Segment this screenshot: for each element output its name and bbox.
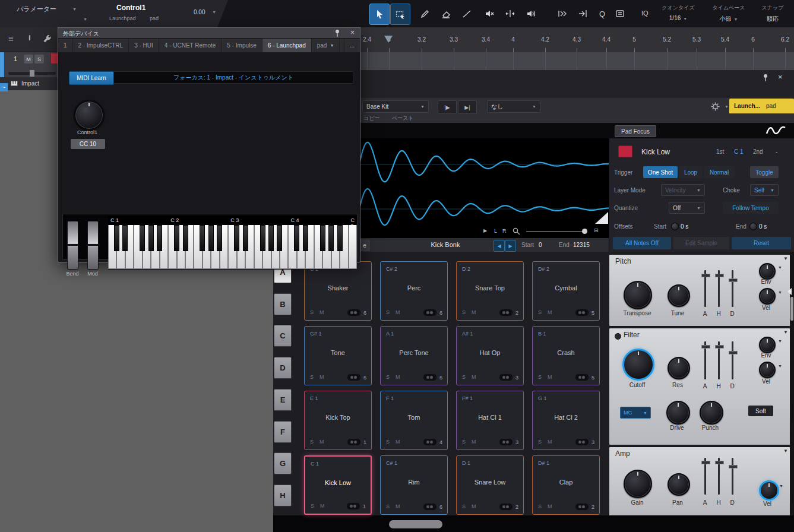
- pitch-vel-knob[interactable]: [759, 288, 776, 305]
- piano-black-key[interactable]: [320, 225, 325, 251]
- range-tool-button[interactable]: [390, 4, 410, 25]
- piano-keyboard[interactable]: [108, 225, 357, 270]
- control1-knob[interactable]: [74, 100, 105, 131]
- track-record-button[interactable]: [51, 53, 58, 64]
- device-tab-4-ucnet-remote[interactable]: 4 - UCNET Remote: [159, 39, 222, 52]
- quantize-selector[interactable]: クオンタイズ 1/16▼: [654, 4, 702, 21]
- devices-pin-icon[interactable]: [334, 29, 341, 39]
- pad-mute-button[interactable]: M: [548, 374, 552, 380]
- pad-mute-button[interactable]: M: [472, 504, 476, 509]
- piano-black-key[interactable]: [243, 225, 248, 251]
- piano-white-key[interactable]: [349, 225, 357, 269]
- track-solo-button[interactable]: S: [34, 55, 44, 64]
- editor-pin-icon[interactable]: [762, 74, 770, 83]
- offset-end-value[interactable]: 0 s: [759, 223, 767, 230]
- pad-solo-button[interactable]: S: [310, 374, 314, 380]
- pitch-decay-slider[interactable]: [732, 270, 733, 307]
- kit-selector-dropdown[interactable]: Base Kit▼: [362, 100, 429, 113]
- filter-env-menu-icon[interactable]: ▼: [778, 339, 782, 343]
- control1-assignment[interactable]: CC 10: [71, 139, 105, 149]
- piano-black-key[interactable]: [148, 225, 154, 251]
- piano-black-key[interactable]: [234, 225, 239, 251]
- sample-start-value[interactable]: 0: [539, 242, 542, 248]
- pad-solo-button[interactable]: S: [462, 439, 466, 445]
- amp-vel-knob[interactable]: [759, 480, 779, 501]
- drive-knob[interactable]: [666, 401, 690, 425]
- trigger-one-shot-button[interactable]: One Shot: [643, 166, 678, 178]
- pad-solo-button[interactable]: S: [310, 439, 314, 445]
- pad-bank-e[interactable]: E: [274, 389, 292, 411]
- drum-pad-hat-cl-2[interactable]: G 1Hat Cl 2SM3: [532, 391, 600, 450]
- drum-pad-hat-op[interactable]: A# 1Hat OpSM3: [456, 326, 524, 385]
- reset-button[interactable]: Reset: [732, 237, 791, 249]
- pad-color-swatch[interactable]: [618, 145, 632, 157]
- zoom-slider-handle[interactable]: [582, 229, 587, 234]
- paste-button[interactable]: ペースト: [392, 115, 414, 122]
- waveform-resize-handle[interactable]: [595, 212, 608, 224]
- track-name-row[interactable]: Impact: [0, 77, 58, 90]
- arrow-tool-button[interactable]: [369, 4, 390, 25]
- device-tab-3-hui[interactable]: 3 - HUI: [129, 39, 159, 52]
- zoom-slider-track[interactable]: [526, 231, 586, 232]
- listen-tool-button[interactable]: [521, 4, 540, 24]
- trigger-toggle-button[interactable]: Toggle: [750, 166, 779, 178]
- piano-black-key[interactable]: [337, 225, 343, 251]
- drum-pad-clap[interactable]: D# 1ClapSM2: [532, 455, 600, 515]
- arrangement-lane[interactable]: [359, 52, 794, 71]
- midi-learn-button[interactable]: MIDI Learn: [69, 71, 114, 85]
- input-quantize-label[interactable]: IQ: [641, 10, 649, 17]
- drum-pad-kick-low[interactable]: C 1Kick LowSM1: [304, 455, 372, 515]
- device-tab-2-impulsectrl[interactable]: 2 - ImpulseCTRL: [73, 39, 129, 52]
- mod-wheel[interactable]: [87, 221, 99, 270]
- pad-mute-button[interactable]: M: [396, 504, 400, 509]
- filter-decay-slider[interactable]: [732, 341, 733, 379]
- piano-black-key[interactable]: [294, 225, 299, 251]
- filter-hold-slider[interactable]: [718, 341, 720, 379]
- drum-pad-tom[interactable]: F 1TomSM4: [380, 391, 448, 450]
- drum-pad-rim[interactable]: C# 1RimSM6: [380, 455, 448, 515]
- transpose-knob[interactable]: [624, 281, 652, 309]
- pad-mute-button[interactable]: M: [320, 374, 324, 380]
- line-tool-button[interactable]: [457, 4, 476, 24]
- tools-wrench-icon[interactable]: [42, 33, 52, 45]
- pad-bank-f[interactable]: F: [274, 421, 292, 443]
- pad-focus-button[interactable]: Pad Focus: [615, 125, 656, 137]
- pad-mute-button[interactable]: M: [396, 439, 400, 445]
- pad-solo-button[interactable]: S: [310, 309, 314, 315]
- channel-left-toggle[interactable]: L: [494, 228, 497, 234]
- device-tab-1[interactable]: 1: [58, 39, 73, 52]
- filter-vel-knob[interactable]: [759, 362, 776, 378]
- device-tab-5-impulse[interactable]: 5 - Impulse: [222, 39, 262, 52]
- pitch-vel-menu-icon[interactable]: ▼: [778, 290, 782, 294]
- filter-attack-slider[interactable]: [704, 341, 706, 379]
- mute-tool-button[interactable]: [480, 4, 499, 24]
- editor-close-icon[interactable]: ×: [778, 72, 783, 81]
- follow-cursor-button[interactable]: [574, 4, 593, 24]
- drum-pad-hat-cl-1[interactable]: F# 1Hat Cl 1SM3: [456, 391, 524, 450]
- zoom-fit-icon[interactable]: ⊟: [594, 227, 599, 233]
- pad-bank-g[interactable]: G: [274, 452, 292, 474]
- quantize-dropdown-icon[interactable]: ▼: [683, 17, 687, 21]
- pad-solo-button[interactable]: S: [386, 439, 390, 445]
- pad-solo-button[interactable]: S: [386, 374, 390, 380]
- copy-button[interactable]: コピー: [363, 115, 379, 122]
- all-notes-off-button[interactable]: All Notes Off: [613, 237, 671, 249]
- pencil-tool-button[interactable]: [416, 4, 435, 24]
- drum-pad-kick-top[interactable]: E 1Kick TopSM1: [304, 391, 372, 450]
- right-scrollbar-arrow[interactable]: [787, 288, 792, 295]
- devices-close-icon[interactable]: ×: [350, 28, 355, 37]
- offset-start-knob[interactable]: [671, 223, 679, 230]
- piano-black-key[interactable]: [122, 225, 128, 251]
- trigger-normal-button[interactable]: Normal: [704, 166, 735, 178]
- track-list-menu-icon[interactable]: ≡: [8, 33, 14, 43]
- filter-enable-toggle[interactable]: [615, 333, 621, 340]
- pad-mute-button[interactable]: M: [320, 503, 325, 509]
- timebase-selector[interactable]: タイムベース 小節▼: [706, 4, 752, 23]
- pitch-attack-slider[interactable]: [704, 270, 706, 307]
- kit-prev-button[interactable]: |▶: [438, 100, 457, 114]
- filter-mode-dropdown[interactable]: MG ▼: [620, 407, 651, 419]
- piano-black-key[interactable]: [200, 225, 205, 251]
- pad-solo-button[interactable]: S: [462, 309, 466, 315]
- quantize-toggle-button[interactable]: Q: [593, 4, 612, 24]
- second-note-value[interactable]: -: [776, 148, 777, 155]
